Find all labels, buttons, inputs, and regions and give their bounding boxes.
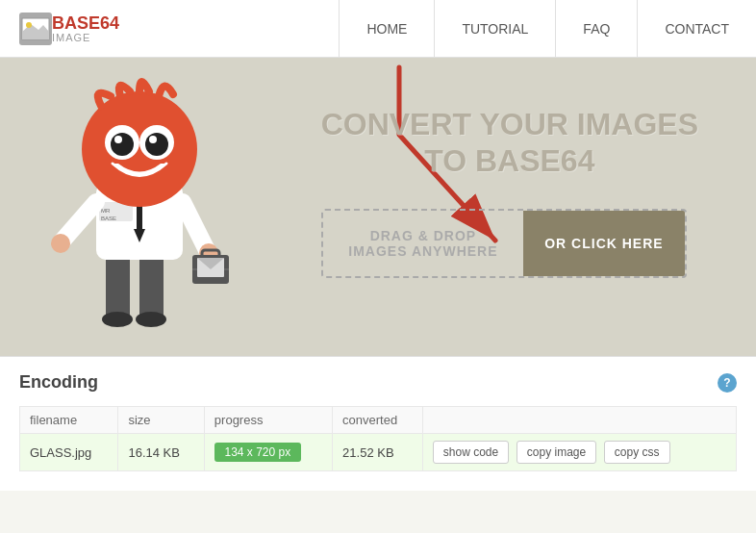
hero-content: CONVERT YOUR IMAGES TO BASE64 DRAG & DRO…: [321, 106, 698, 278]
col-converted: converted: [333, 407, 423, 434]
hero-title-line1: CONVERT YOUR IMAGES: [321, 106, 698, 142]
svg-text:BASE: BASE: [101, 216, 116, 221]
dropzone[interactable]: DRAG & DROP IMAGES ANYWHERE OR CLICK HER…: [321, 209, 687, 278]
svg-point-4: [26, 22, 32, 28]
mascot: MR BASE: [29, 77, 250, 356]
nav-home[interactable]: HOME: [339, 0, 434, 57]
mascot-svg: MR BASE: [29, 77, 250, 356]
cell-actions: show code copy image copy css: [422, 434, 736, 471]
nav-contact[interactable]: CONTACT: [637, 0, 756, 57]
svg-point-9: [136, 312, 166, 327]
encoding-section: Encoding ? filename size progress conver…: [0, 356, 756, 491]
svg-line-17: [63, 202, 96, 241]
col-actions: [422, 407, 736, 434]
logo-text: BASE64 IMAGE: [52, 14, 119, 43]
nav-tutorial[interactable]: TUTORIAL: [434, 0, 555, 57]
col-progress: progress: [204, 407, 332, 434]
show-code-button[interactable]: show code: [433, 441, 509, 464]
encoding-table-head: filename size progress converted: [20, 407, 737, 434]
click-here-button[interactable]: OR CLICK HERE: [523, 211, 684, 276]
logo-sub-text: IMAGE: [52, 32, 119, 43]
encoding-table-body: GLASS.jpg 16.14 KB 134 x 720 px 21.52 KB…: [20, 434, 737, 471]
dropzone-label: DRAG & DROP IMAGES ANYWHERE: [323, 211, 524, 276]
logo: BASE64 IMAGE: [0, 13, 173, 45]
cell-progress: 134 x 720 px: [204, 434, 332, 471]
cell-size: 16.14 KB: [118, 434, 204, 471]
table-row: GLASS.jpg 16.14 KB 134 x 720 px 21.52 KB…: [20, 434, 737, 471]
nav-faq[interactable]: FAQ: [555, 0, 637, 57]
svg-point-32: [114, 136, 122, 143]
encoding-title: Encoding: [19, 372, 98, 393]
cell-filename: GLASS.jpg: [20, 434, 118, 471]
svg-point-31: [145, 133, 168, 156]
col-filename: filename: [20, 407, 118, 434]
help-icon[interactable]: ?: [718, 373, 737, 393]
logo-icon: [19, 13, 52, 45]
hero-title-line2: TO BASE64: [321, 142, 698, 179]
cell-converted: 21.52 KB: [333, 434, 423, 471]
progress-bar: 134 x 720 px: [214, 443, 301, 462]
main-nav: HOME TUTORIAL FAQ CONTACT: [339, 0, 756, 57]
svg-rect-6: [106, 250, 130, 317]
encoding-table: filename size progress converted GLASS.j…: [19, 406, 737, 471]
copy-css-button[interactable]: copy css: [604, 441, 670, 464]
svg-point-19: [51, 234, 70, 253]
hero-title: CONVERT YOUR IMAGES TO BASE64: [321, 106, 698, 180]
hero-section: MR BASE: [0, 58, 756, 356]
encoding-table-header-row: filename size progress converted: [20, 407, 737, 434]
site-header: BASE64 IMAGE HOME TUTORIAL FAQ CONTACT: [0, 0, 756, 58]
copy-image-button[interactable]: copy image: [517, 441, 596, 464]
col-size: size: [118, 407, 204, 434]
svg-point-8: [102, 312, 133, 327]
encoding-header: Encoding ?: [19, 372, 737, 393]
svg-line-18: [183, 202, 207, 250]
svg-point-33: [149, 136, 157, 143]
logo-base64-text: BASE64: [52, 14, 119, 32]
svg-point-30: [111, 133, 134, 156]
logo-main: BASE64: [52, 13, 119, 33]
svg-text:MR: MR: [101, 208, 111, 214]
svg-rect-7: [139, 250, 164, 317]
